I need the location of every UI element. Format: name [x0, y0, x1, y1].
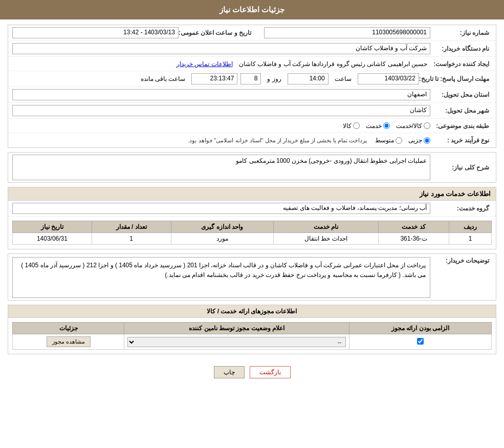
- purchase-radio-group: جزیی متوسط: [375, 137, 430, 144]
- service-group-value: آب رسانی؛ مدیریت پسماند، فاضلاب و فعالیت…: [12, 203, 430, 214]
- response-day: 8: [240, 73, 261, 84]
- permit-required-checkbox[interactable]: [417, 338, 424, 345]
- creator-contact-link[interactable]: اطلاعات تماس خریدار: [177, 60, 233, 68]
- services-table: ردیف کد خدمت نام خدمت واحد اندازه گیری ت…: [12, 221, 492, 245]
- response-remain: 23:13:47: [191, 73, 237, 84]
- buyer-org-label: نام دستگاه خریدار:: [430, 45, 492, 52]
- services-title: اطلاعات خدمات مورد نیاز: [8, 187, 496, 201]
- need-desc-section: شرح کلی نیاز: عملیات اجرایی خطوط انتقال …: [8, 152, 496, 183]
- category-radio-group: کالا/خدمت خدمت کالا: [343, 122, 430, 130]
- col-name: نام خدمت: [274, 221, 379, 233]
- delivery-city-label: شهر محل تحویل:: [430, 107, 492, 114]
- announce-date-value: 1403/03/13 - 13:42: [12, 27, 179, 38]
- cat-service-radio[interactable]: [383, 122, 390, 129]
- service-group-label: گروه خدمت:: [430, 205, 492, 212]
- purchase-partial-label: جزیی: [408, 137, 422, 144]
- buyer-desc-label: توضیحات خریدار:: [430, 257, 492, 264]
- purchase-medium-label: متوسط: [375, 137, 394, 144]
- cat-service-label: خدمت: [366, 122, 382, 130]
- row-buyer-desc: توضیحات خریدار: پرداخت از محل اعتبارات ع…: [8, 254, 496, 300]
- cat-goods-label: کالا: [343, 122, 352, 130]
- need-number-label: شماره نیاز:: [430, 29, 492, 36]
- permit-details-cell: مشاهده مجوز: [13, 334, 124, 350]
- cat-goods-service-radio[interactable]: [424, 122, 430, 129]
- purchase-medium-option[interactable]: متوسط: [375, 137, 402, 144]
- response-time: 14:00: [288, 73, 328, 84]
- col-row: ردیف: [449, 221, 492, 233]
- basic-info-section: شماره نیاز: 1103005698000001 تاریخ و ساع…: [8, 25, 496, 148]
- cat-goods-service-label: کالا/خدمت: [396, 122, 422, 130]
- response-day-label: روز و: [264, 74, 284, 83]
- delivery-province-label: استان محل تحویل:: [430, 91, 492, 98]
- table-cell-row: 1: [449, 233, 492, 245]
- permit-col-required: الزامی بودن ارائه مجوز: [349, 323, 492, 334]
- need-number-value: 1103005698000001: [264, 27, 430, 38]
- purchase-note: پرداخت تمام یا بخشی از مبلغ خریدار از مح…: [188, 137, 367, 144]
- cat-goods-radio[interactable]: [353, 122, 360, 129]
- cat-goods-service-option[interactable]: کالا/خدمت: [396, 122, 430, 130]
- col-date: تاریخ نیاز: [13, 221, 92, 233]
- col-qty: تعداد / مقدار: [92, 221, 171, 233]
- table-cell-qty: 1: [92, 233, 171, 245]
- page-title: جزئیات اطلاعات نیاز: [220, 5, 284, 14]
- services-section: اطلاعات خدمات مورد نیاز گروه خدمت: آب رس…: [8, 187, 496, 249]
- category-label: طبقه بندی موضوعی:: [430, 122, 492, 130]
- page-header: جزئیات اطلاعات نیاز: [0, 0, 504, 19]
- back-button[interactable]: بازگشت: [250, 366, 291, 378]
- cat-service-option[interactable]: خدمت: [366, 122, 390, 130]
- row-purchase-type: نوع فرآیند خرید : جزیی متوسط پرداخت تمام…: [8, 133, 496, 147]
- table-row: 1ت-36-361احداث خط انتقالمورد11403/06/31: [13, 233, 492, 245]
- row-delivery-province: استان محل تحویل: اصفهان: [8, 87, 496, 103]
- creator-value: حسین ابراهیمی کاشانی رئیس گروه قراردادها…: [236, 59, 430, 69]
- buyer-desc-value: پرداخت از محل اعتبارات عمرانی شرکت آب و …: [12, 257, 430, 298]
- response-time-label: ساعت: [332, 74, 355, 83]
- announce-date-label: تاریخ و ساعت اعلان عمومی:: [179, 29, 254, 36]
- permit-col-status: اعلام وضعیت مجوز توسط نامین کننده: [124, 323, 349, 334]
- action-buttons: بازگشت چاپ: [8, 358, 496, 386]
- row-buyer-org: نام دستگاه خریدار: شرکت آب و فاضلاب کاشا…: [8, 41, 496, 57]
- buyer-desc-section: توضیحات خریدار: پرداخت از محل اعتبارات ع…: [8, 253, 496, 301]
- permits-table: الزامی بودن ارائه مجوز اعلام وضعیت مجوز …: [12, 322, 492, 350]
- creator-row-inline: حسین ابراهیمی کاشانی رئیس گروه قراردادها…: [12, 59, 430, 69]
- table-cell-name: احداث خط انتقال: [274, 233, 379, 245]
- purchase-medium-radio[interactable]: [396, 137, 402, 144]
- services-table-wrapper: ردیف کد خدمت نام خدمت واحد اندازه گیری ت…: [8, 217, 496, 249]
- table-cell-date: 1403/06/31: [13, 233, 92, 245]
- creator-label: ایجاد کننده درخواست:: [430, 60, 492, 68]
- purchase-type-label: نوع فرآیند خرید :: [430, 137, 492, 144]
- view-permit-button[interactable]: مشاهده مجوز: [47, 336, 91, 347]
- row-need-desc: شرح کلی نیاز: عملیات اجرایی خطوط انتقال …: [8, 153, 496, 182]
- delivery-city-value: کاشان: [12, 105, 430, 116]
- permit-status-select[interactable]: --: [127, 337, 346, 347]
- permits-title: اطلاعات مجوزهای ارائه خدمت / کالا: [8, 305, 496, 318]
- permit-row: --مشاهده مجوز: [13, 334, 492, 350]
- need-desc-value: عملیات اجرایی خطوط انتقال (ورودی -خروجی)…: [12, 155, 430, 180]
- purchase-partial-radio[interactable]: [424, 137, 430, 144]
- cat-goods-option[interactable]: کالا: [343, 122, 360, 130]
- response-date: 1403/03/22: [358, 73, 419, 84]
- print-button[interactable]: چاپ: [214, 366, 245, 378]
- buyer-desc-container: پرداخت از محل اعتبارات عمرانی شرکت آب و …: [12, 257, 430, 298]
- permit-col-details: جزئیات: [13, 323, 124, 334]
- col-unit: واحد اندازه گیری: [171, 221, 274, 233]
- response-deadline-inline: 1403/03/22 ساعت 14:00 روز و 8 23:13:47 س…: [12, 73, 419, 84]
- row-response-deadline: مهلت ارسال پاسخ: تا تاریخ: 1403/03/22 سا…: [8, 71, 496, 87]
- purchase-type-inline: جزیی متوسط پرداخت تمام یا بخشی از مبلغ خ…: [12, 137, 430, 144]
- response-remain-label: ساعت باقی مانده: [138, 74, 189, 83]
- table-cell-unit: مورد: [171, 233, 274, 245]
- col-code: کد خدمت: [378, 221, 449, 233]
- table-cell-code: ت-36-361: [378, 233, 449, 245]
- row-category: طبقه بندی موضوعی: کالا/خدمت خدمت کالا: [8, 119, 496, 133]
- row-service-group: گروه خدمت: آب رسانی؛ مدیریت پسماند، فاضل…: [8, 201, 496, 217]
- response-deadline-label: مهلت ارسال پاسخ: تا تاریخ:: [419, 75, 492, 82]
- delivery-province-value: اصفهان: [12, 89, 430, 100]
- purchase-partial-option[interactable]: جزیی: [408, 137, 430, 144]
- content-area: شماره نیاز: 1103005698000001 تاریخ و ساع…: [0, 19, 504, 391]
- buyer-org-value: شرکت آب و فاضلاب کاشان: [12, 43, 430, 54]
- need-desc-label: شرح کلی نیاز:: [430, 164, 492, 171]
- need-desc-container: عملیات اجرایی خطوط انتقال (ورودی -خروجی)…: [12, 155, 430, 180]
- permit-status-cell: --: [124, 334, 349, 350]
- permits-table-wrapper: الزامی بودن ارائه مجوز اعلام وضعیت مجوز …: [8, 318, 496, 354]
- page-wrapper: جزئیات اطلاعات نیاز شماره نیاز: 11030056…: [0, 0, 504, 448]
- permit-required-cell: [349, 334, 492, 350]
